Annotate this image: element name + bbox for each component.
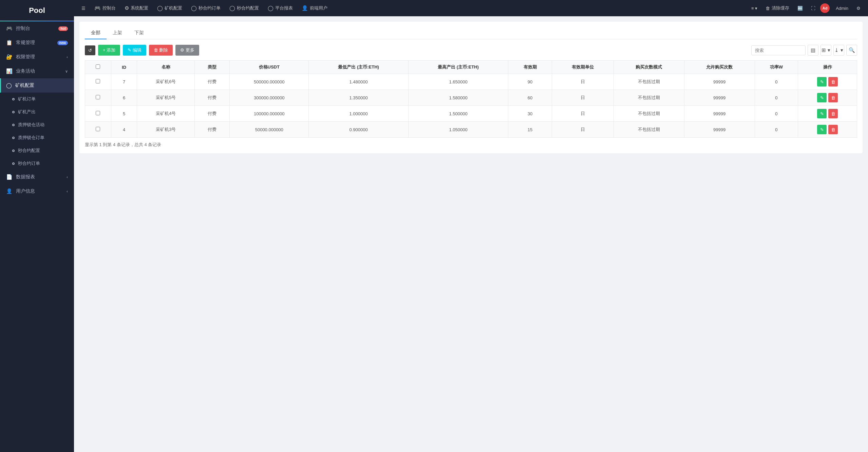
topnav-clear-cache[interactable]: 🗑 清除缓存 bbox=[762, 3, 793, 13]
cell-type-2[interactable]: 付费 bbox=[195, 106, 230, 122]
content-area: 全部 上架 下架 ↺ + 添加 ✎ 编辑 🗑 删除 ⚙ 更多 ▤ bbox=[74, 16, 868, 452]
row-select-2[interactable] bbox=[96, 111, 100, 115]
topnav-platform-report[interactable]: ◯ 平台报表 bbox=[264, 3, 296, 13]
menu-toggle-btn[interactable]: ☰ bbox=[78, 4, 89, 13]
edit-row-btn-2[interactable]: ✎ bbox=[817, 109, 827, 118]
sidebar-label-perm-mgmt: 权限管理 bbox=[16, 54, 35, 60]
col-validity-unit: 有效期单位 bbox=[552, 61, 614, 74]
main-wrapper: ☰ 🎮 控制台 ⚙ 系统配置 ◯ 矿机配置 ◯ 秒合约订单 ◯ 秒合约配置 ◯ … bbox=[74, 0, 868, 452]
row-select-1[interactable] bbox=[96, 95, 100, 99]
topnav-flash-config[interactable]: ◯ 秒合约配置 bbox=[226, 3, 262, 13]
cell-type-1[interactable]: 付费 bbox=[195, 90, 230, 106]
toolbar: ↺ + 添加 ✎ 编辑 🗑 删除 ⚙ 更多 ▤ ⊞ ▾ ⤓ ▾ bbox=[85, 45, 857, 56]
sidebar-item-miner-config[interactable]: ◯ 矿机配置 bbox=[0, 78, 74, 93]
row-select-3[interactable] bbox=[96, 127, 100, 131]
table-row: 7 采矿机6号 付费 500000.000000 1.480000 1.6500… bbox=[85, 74, 857, 90]
search-btn[interactable]: 🔍 bbox=[846, 45, 857, 56]
sidebar-item-pledge-order[interactable]: 质押锁仓订单 bbox=[0, 131, 74, 144]
topnav-dashboard-label: 控制台 bbox=[102, 5, 116, 11]
topnav-dashboard[interactable]: 🎮 控制台 bbox=[91, 3, 119, 13]
topnav-front-user[interactable]: 👤 前端用户 bbox=[298, 3, 331, 13]
export-btn[interactable]: ⤓ ▾ bbox=[833, 45, 844, 56]
cell-id-3: 4 bbox=[111, 122, 137, 138]
tab-on-shelf[interactable]: 上架 bbox=[107, 27, 128, 39]
cell-power-3: 0 bbox=[755, 122, 798, 138]
sidebar-item-data-report[interactable]: 📄 数据报表 ‹ bbox=[0, 170, 74, 184]
cell-validity-unit-3: 日 bbox=[552, 122, 614, 138]
tab-off-shelf[interactable]: 下架 bbox=[128, 27, 150, 39]
sidebar-item-miner-output[interactable]: 矿机产出 bbox=[0, 105, 74, 118]
delete-row-btn-1[interactable]: 🗑 bbox=[828, 93, 838, 102]
refresh-button[interactable]: ↺ bbox=[85, 45, 95, 55]
delete-row-btn-2[interactable]: 🗑 bbox=[828, 109, 838, 118]
delete-row-btn-0[interactable]: 🗑 bbox=[828, 77, 838, 86]
topnav-miner-config[interactable]: ◯ 矿机配置 bbox=[154, 3, 186, 13]
edit-row-btn-1[interactable]: ✎ bbox=[817, 93, 827, 102]
tab-bar: 全部 上架 下架 bbox=[85, 27, 857, 39]
col-actions: 操作 bbox=[798, 61, 857, 74]
row-select-0[interactable] bbox=[96, 79, 100, 83]
grid-view-btn[interactable]: ⊞ ▾ bbox=[820, 45, 831, 56]
cell-actions-3: ✎ 🗑 bbox=[798, 122, 857, 138]
sidebar-item-general-mgmt[interactable]: 📋 常规管理 new bbox=[0, 36, 74, 50]
pledge-activity-dot bbox=[12, 124, 15, 126]
cell-validity-3: 15 bbox=[508, 122, 552, 138]
topnav: ☰ 🎮 控制台 ⚙ 系统配置 ◯ 矿机配置 ◯ 秒合约订单 ◯ 秒合约配置 ◯ … bbox=[74, 0, 868, 16]
col-power: 功率W bbox=[755, 61, 798, 74]
topnav-admin-label[interactable]: Admin bbox=[832, 4, 852, 13]
sidebar-item-flash-config[interactable]: 秒合约配置 bbox=[0, 144, 74, 157]
add-button[interactable]: + 添加 bbox=[98, 45, 120, 56]
new-badge: new bbox=[57, 41, 68, 45]
cell-purchase-mode-3: 不包括过期 bbox=[614, 122, 684, 138]
translate-icon: 🔤 bbox=[797, 6, 803, 11]
delete-button[interactable]: 🗑 删除 bbox=[149, 45, 173, 56]
sidebar-item-miner-order[interactable]: 矿机订单 bbox=[0, 93, 74, 105]
edit-row-btn-3[interactable]: ✎ bbox=[817, 125, 827, 134]
sidebar-item-pledge-activity[interactable]: 质押锁仓活动 bbox=[0, 118, 74, 131]
pagination-info: 显示第 1 到第 4 条记录，总共 4 条记录 bbox=[85, 142, 857, 148]
topnav-sys-config-label: 系统配置 bbox=[131, 5, 148, 11]
topnav-right: ≡ ▾ 🗑 清除缓存 🔤 ⛶ Ad Admin ⚙ bbox=[748, 3, 864, 13]
topnav-translate[interactable]: 🔤 bbox=[794, 4, 806, 13]
sidebar-label-biz-activity: 业务活动 bbox=[16, 68, 35, 74]
topnav-settings[interactable]: ⚙ bbox=[853, 4, 864, 13]
sidebar-item-perm-mgmt[interactable]: 🔐 权限管理 ‹ bbox=[0, 50, 74, 64]
delete-row-btn-3[interactable]: 🗑 bbox=[828, 125, 838, 134]
topnav-flash-order[interactable]: ◯ 秒合约订单 bbox=[188, 3, 224, 13]
table-row: 6 采矿机5号 付费 300000.000000 1.350000 1.5800… bbox=[85, 90, 857, 106]
cell-type-0[interactable]: 付费 bbox=[195, 74, 230, 90]
row-checkbox-3 bbox=[85, 122, 111, 138]
tab-all[interactable]: 全部 bbox=[85, 27, 107, 39]
sidebar-item-user-info[interactable]: 👤 用户信息 ‹ bbox=[0, 184, 74, 198]
cell-type-3[interactable]: 付费 bbox=[195, 122, 230, 138]
table-view-btn[interactable]: ▤ bbox=[808, 45, 818, 56]
cell-id-0: 7 bbox=[111, 74, 137, 90]
topnav-sys-config[interactable]: ⚙ 系统配置 bbox=[121, 3, 152, 13]
sidebar: Pool 🎮 控制台 hot 📋 常规管理 new 🔐 权限管理 ‹ 📊 业务活… bbox=[0, 0, 74, 452]
topnav-more-menu[interactable]: ≡ ▾ bbox=[748, 4, 761, 13]
cell-power-1: 0 bbox=[755, 90, 798, 106]
sidebar-item-flash-order[interactable]: 秒合约订单 bbox=[0, 157, 74, 170]
edit-row-btn-0[interactable]: ✎ bbox=[817, 77, 827, 86]
admin-avatar: Ad bbox=[820, 3, 830, 13]
data-report-arrow: ‹ bbox=[67, 175, 68, 179]
general-mgmt-icon: 📋 bbox=[6, 40, 13, 46]
cell-power-2: 0 bbox=[755, 106, 798, 122]
topnav-fullscreen[interactable]: ⛶ bbox=[808, 4, 819, 13]
cell-purchase-mode-0: 不包括过期 bbox=[614, 74, 684, 90]
cell-allowed-purchases-3: 99999 bbox=[684, 122, 755, 138]
clear-cache-label: 清除缓存 bbox=[772, 5, 789, 11]
perm-mgmt-icon: 🔐 bbox=[6, 54, 13, 60]
topnav-flash-order-icon: ◯ bbox=[191, 5, 197, 11]
edit-button[interactable]: ✎ 编辑 bbox=[123, 45, 146, 56]
select-all-checkbox[interactable] bbox=[96, 64, 100, 69]
search-input[interactable] bbox=[751, 45, 806, 55]
more-button[interactable]: ⚙ 更多 bbox=[175, 45, 199, 56]
col-validity: 有效期 bbox=[508, 61, 552, 74]
col-checkbox bbox=[85, 61, 111, 74]
sidebar-item-dashboard[interactable]: 🎮 控制台 hot bbox=[0, 21, 74, 36]
sidebar-item-biz-activity[interactable]: 📊 业务活动 ∨ bbox=[0, 64, 74, 78]
admin-name-label: Admin bbox=[836, 6, 848, 11]
biz-activity-icon: 📊 bbox=[6, 68, 13, 74]
sidebar-label-user-info: 用户信息 bbox=[16, 188, 35, 194]
